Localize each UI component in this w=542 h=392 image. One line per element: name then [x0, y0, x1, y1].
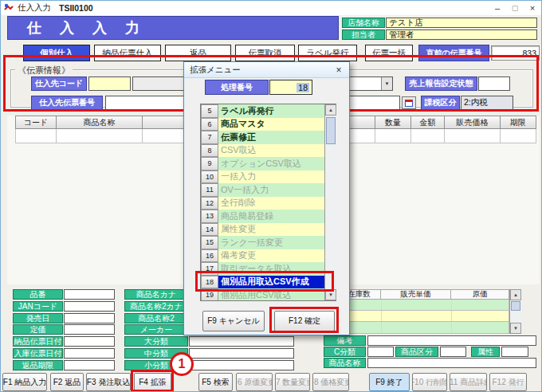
annotation-rect-menu-item-18: [195, 271, 334, 292]
detail-label-return-limit: 返品期限: [13, 360, 63, 370]
detail-field-item-number: [64, 289, 115, 300]
c-class-field[interactable]: [367, 347, 394, 357]
detail-label-item-name2: 商品名称2: [124, 313, 188, 323]
scroll-thumb[interactable]: [511, 301, 520, 311]
menu-item-15[interactable]: 15ランク一括変更: [201, 236, 336, 249]
menu-item-9[interactable]: 9オプションCSV取込: [201, 157, 336, 171]
title-bar: 仕入入力 TSII0100 – ▢ ×: [1, 1, 541, 15]
dialog-title: 拡張メニュー: [190, 65, 241, 76]
attribute-field[interactable]: [501, 347, 528, 357]
stock-col-sale-unit-price: 販売単価: [381, 289, 451, 300]
remarks-label: 備考: [324, 335, 366, 346]
fkey-f10-row-delete: F10 行削除: [412, 373, 447, 391]
detail-label-item-name-kana: 商品名カナ: [124, 289, 188, 300]
menu-item-11[interactable]: 11OV一括入力: [201, 183, 336, 197]
col-header-item-name: 商品名称: [57, 116, 143, 129]
detail-label-jan-code: JANコード: [13, 301, 63, 312]
minimize-icon[interactable]: –: [489, 2, 506, 14]
detail-field-return-limit: [64, 360, 115, 370]
window-title: 仕入入力: [18, 2, 51, 14]
maximize-icon[interactable]: ▢: [506, 2, 524, 14]
page-title: 仕 入 入 力: [7, 16, 339, 40]
fkey-f11-item-detail: F11 商品詳細: [450, 373, 487, 391]
menu-item-6[interactable]: 6商品マスタ: [201, 118, 336, 131]
fkey-f5-search[interactable]: F5 検索: [198, 373, 233, 391]
detail-field-jan-code: [64, 301, 115, 312]
menu-item-5[interactable]: 5ラベル再発行: [201, 104, 336, 118]
stock-row[interactable]: [337, 322, 509, 334]
window-code: TSII0100: [59, 3, 93, 13]
fkey-f1-delivery-entry[interactable]: F1 納品入力: [2, 373, 47, 391]
col-header-sale-price: 販売価格: [445, 116, 501, 129]
detail-label-item-number: 品番: [13, 289, 63, 300]
menu-item-16[interactable]: 16備考変更: [201, 249, 336, 263]
scroll-down-icon[interactable]: ▼: [510, 323, 521, 334]
manager-label: 担当者: [342, 29, 385, 40]
menu-item-10[interactable]: 10一括入力: [201, 171, 336, 184]
stock-table-scrollbar[interactable]: ▲ ▼: [509, 289, 521, 334]
detail-field-receiving-slip-date: [64, 348, 115, 359]
detail-field-minor-class: [189, 360, 294, 370]
scroll-thumb[interactable]: [326, 117, 336, 144]
item-class-label: 商品区分: [395, 347, 438, 357]
detail-label-major-class: 大分類: [124, 336, 188, 347]
detail-label-release-date: 発売日: [13, 313, 63, 323]
fkey-f12-issue: F12 発行: [489, 373, 527, 391]
process-number-label: 処理番号: [205, 80, 269, 95]
cancel-button[interactable]: F9 キャンセル: [202, 311, 265, 331]
store-name-label: 店舗名称: [342, 18, 385, 28]
detail-label-delivery-slip-date: 納品伝票日付: [13, 336, 63, 347]
stock-col-cost: 原価: [451, 289, 509, 300]
stock-row[interactable]: [337, 300, 509, 311]
detail-label-receiving-slip-date: 入庫伝票日付: [13, 348, 63, 359]
scroll-up-icon[interactable]: ▲: [325, 104, 336, 116]
item-class-field[interactable]: [440, 347, 466, 357]
dialog-title-bar[interactable]: 拡張メニュー: [184, 62, 349, 78]
fkey-f6-cost-change: F6 原価変更: [236, 373, 273, 391]
menu-item-7[interactable]: 7伝票修正: [201, 131, 336, 144]
manager-value: 管理者: [386, 29, 537, 40]
detail-field-middle-class: [189, 348, 294, 359]
detail-field-list-price: [64, 324, 115, 335]
fkey-f8-price-change: F8 価格変更: [312, 373, 349, 391]
detail-label-maker: メーカー: [124, 324, 188, 335]
menu-item-14[interactable]: 14属性変更: [201, 223, 336, 237]
process-number-value: 18: [297, 83, 309, 92]
stock-table-header: 在庫数 販売単価 原価: [337, 289, 509, 300]
c-class-label: C分類: [324, 347, 366, 357]
store-name-value: テスト店: [386, 18, 537, 28]
menu-item-12[interactable]: 12全行削除: [201, 197, 336, 210]
fkey-f2-returns[interactable]: F2 返品: [50, 373, 84, 391]
col-header-code: コード: [15, 116, 57, 129]
dialog-close-icon[interactable]: ×: [331, 64, 347, 76]
fkey-f7-qty-change: F7 数量変更: [275, 373, 310, 391]
app-icon: [4, 3, 14, 13]
menu-item-8[interactable]: 8CSV取込: [201, 144, 336, 158]
col-header-qty: 数量: [375, 116, 411, 129]
menu-item-13[interactable]: 13商品簡易登録: [201, 210, 336, 223]
scroll-up-icon[interactable]: ▲: [510, 289, 521, 300]
item-name-label: 商品名称: [324, 358, 366, 368]
close-icon[interactable]: ×: [524, 2, 541, 14]
fkey-f9-exit[interactable]: F9 終了: [369, 373, 410, 391]
detail-label-item-name2-kana: 商品名称2カナ: [124, 301, 188, 312]
item-name-field[interactable]: [367, 358, 536, 368]
annotation-rect-confirm-button: [269, 307, 339, 333]
annotation-rect-f4-button: [131, 370, 174, 392]
attribute-label: 属性: [471, 347, 500, 357]
fkey-f3-order-import[interactable]: F3 発注取込: [86, 373, 131, 391]
col-header-limit: 期限: [501, 116, 536, 129]
col-header-amount: 金額: [411, 116, 445, 129]
purchase-entry-window: 仕入入力 TSII0100 – ▢ × 仕 入 入 力 店舗名称 テスト店 担当…: [0, 0, 542, 392]
detail-field-delivery-slip-date: [64, 336, 115, 347]
extension-menu-dialog: 拡張メニュー × 処理番号 18 5ラベル再発行 6商品マスタ 7伝票修正 8C…: [183, 61, 350, 335]
annotation-step-badge: 1: [170, 352, 194, 376]
detail-field-release-date: [64, 313, 115, 323]
detail-field-major-class: [189, 336, 294, 347]
detail-label-list-price: 定価: [13, 324, 63, 335]
stock-row[interactable]: [337, 311, 509, 322]
remarks-field[interactable]: [367, 335, 536, 346]
process-number-input[interactable]: 18: [269, 80, 312, 95]
